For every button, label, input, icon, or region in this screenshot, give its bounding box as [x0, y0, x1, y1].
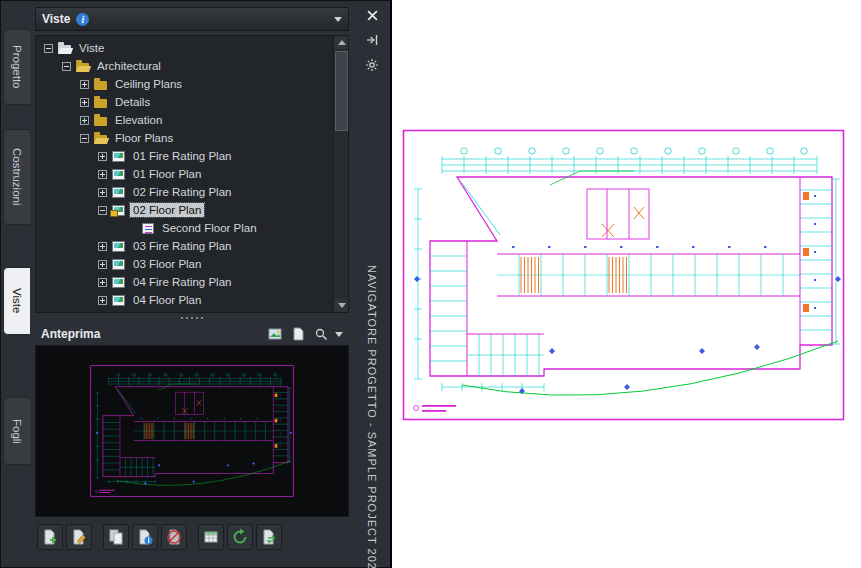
chevron-down-icon[interactable] [334, 17, 342, 22]
auto-hide-button[interactable] [363, 32, 381, 48]
collapse-icon[interactable] [80, 134, 89, 143]
view-icon [112, 295, 125, 306]
folder-open-icon [58, 45, 71, 54]
close-button[interactable] [363, 7, 381, 23]
palette-main-column: Viste Viste Architectural [31, 1, 353, 567]
chevron-down-icon[interactable] [335, 332, 343, 337]
sheet-block-icon [165, 528, 183, 546]
properties-button[interactable] [363, 57, 381, 73]
views-title: Viste [42, 12, 70, 26]
table-icon [202, 528, 220, 546]
edit-sheet-button[interactable] [66, 524, 92, 550]
tree-scrollbar[interactable] [333, 36, 348, 312]
scroll-down-button[interactable] [334, 299, 349, 312]
preview-header: Anteprima [35, 323, 349, 345]
info-icon[interactable] [76, 13, 89, 26]
tree-item-elevation[interactable]: Elevation [36, 111, 348, 129]
sync-sheet-button[interactable] [256, 524, 282, 550]
tree-item-details[interactable]: Details [36, 93, 348, 111]
tree-item-01-floor-plan[interactable]: 01 Floor Plan [36, 165, 348, 183]
project-navigator-palette: Progetto Costruzioni Viste Fogli Viste V… [0, 0, 392, 568]
folder-icon [94, 81, 107, 90]
view-locked-icon [112, 205, 125, 216]
expand-icon[interactable] [98, 188, 107, 197]
scroll-up-button[interactable] [334, 36, 349, 49]
folder-icon [94, 117, 107, 126]
edit-sheet-icon [70, 528, 88, 546]
tree-item-04-fire-rating-plan[interactable]: 04 Fire Rating Plan [36, 273, 348, 291]
folder-icon [94, 99, 107, 108]
expand-icon[interactable] [80, 116, 89, 125]
tab-viste[interactable]: Viste [3, 267, 30, 335]
splitter-grip[interactable] [35, 313, 349, 323]
collapse-icon[interactable] [98, 206, 107, 215]
preview-floor-plan [90, 365, 294, 497]
tree-item-floor-plans[interactable]: Floor Plans [36, 129, 348, 147]
gear-icon [365, 58, 379, 72]
expand-icon[interactable] [98, 152, 107, 161]
table-button[interactable] [198, 524, 224, 550]
sheet-info-button[interactable] [132, 524, 158, 550]
tree-item-label: 02 Fire Rating Plan [130, 185, 234, 199]
tree-item-label: 01 Floor Plan [130, 167, 204, 181]
expand-icon[interactable] [98, 260, 107, 269]
expand-icon[interactable] [80, 98, 89, 107]
tree-item-01-fire-rating-plan[interactable]: 01 Fire Rating Plan [36, 147, 348, 165]
tree-item-02-floor-plan[interactable]: 02 Floor Plan [36, 201, 348, 219]
tab-progetto-label: Progetto [11, 45, 23, 88]
collapse-icon[interactable] [44, 44, 53, 53]
tree-item-label: 03 Floor Plan [130, 257, 204, 271]
preview-zoom-button[interactable] [312, 326, 330, 342]
tree-item-ceiling-plans[interactable]: Ceiling Plans [36, 75, 348, 93]
refresh-button[interactable] [227, 524, 253, 550]
zoom-icon [314, 327, 328, 341]
tree-item-03-floor-plan[interactable]: 03 Floor Plan [36, 255, 348, 273]
tree-item-viste[interactable]: Viste [36, 39, 348, 57]
tree-item-label: Ceiling Plans [112, 77, 185, 91]
add-sheet-button[interactable] [37, 524, 63, 550]
preview-title: Anteprima [41, 327, 100, 341]
copy-sheet-icon [107, 528, 125, 546]
tree-item-label: 04 Fire Rating Plan [130, 275, 234, 289]
preview-pane[interactable] [35, 345, 349, 517]
tab-costruzioni[interactable]: Costruzioni [3, 129, 30, 225]
preview-image-button[interactable] [266, 326, 284, 342]
collapse-icon[interactable] [62, 62, 71, 71]
expand-icon[interactable] [98, 242, 107, 251]
arrow-up-icon [338, 40, 346, 45]
expand-icon[interactable] [98, 296, 107, 305]
palette-tab-strip: Progetto Costruzioni Viste Fogli [1, 1, 31, 567]
tree-item-architectural[interactable]: Architectural [36, 57, 348, 75]
tree-item-04-floor-plan[interactable]: 04 Floor Plan [36, 291, 348, 309]
drawing-canvas[interactable] [392, 0, 861, 568]
views-title-bar: Viste [35, 7, 349, 31]
tree-item-label: Elevation [112, 113, 165, 127]
tree-item-02-fire-rating-plan[interactable]: 02 Fire Rating Plan [36, 183, 348, 201]
scrollbar-thumb[interactable] [335, 51, 348, 131]
views-tree: Viste Architectural Ceiling Plans Detail… [35, 35, 349, 313]
tree-item-label: 04 Floor Plan [130, 293, 204, 307]
model-view-icon [142, 223, 154, 234]
tree-item-label: Details [112, 95, 153, 109]
expand-icon[interactable] [80, 80, 89, 89]
tree-item-second-floor-plan[interactable]: Second Floor Plan [36, 219, 348, 237]
view-icon [112, 277, 125, 288]
expand-icon[interactable] [98, 170, 107, 179]
expand-icon[interactable] [98, 278, 107, 287]
image-icon [268, 327, 282, 341]
floor-plan-drawing [402, 129, 845, 421]
tree-item-label: 03 Fire Rating Plan [130, 239, 234, 253]
folder-open-icon [94, 135, 107, 144]
tab-progetto[interactable]: Progetto [3, 29, 30, 105]
preview-detail-button[interactable] [289, 326, 307, 342]
tree-item-label: Architectural [94, 59, 164, 73]
copy-sheet-button[interactable] [103, 524, 129, 550]
tree-item-03-fire-rating-plan[interactable]: 03 Fire Rating Plan [36, 237, 348, 255]
palette-vertical-title: NAVIGATORE PROGETTO - SAMPLE PROJECT 202… [353, 279, 391, 563]
sheet-block-button[interactable] [161, 524, 187, 550]
view-icon [112, 187, 125, 198]
tab-fogli[interactable]: Fogli [3, 397, 30, 465]
tab-viste-label: Viste [11, 288, 23, 313]
tree-item-label: 01 Fire Rating Plan [130, 149, 234, 163]
add-sheet-icon [41, 528, 59, 546]
